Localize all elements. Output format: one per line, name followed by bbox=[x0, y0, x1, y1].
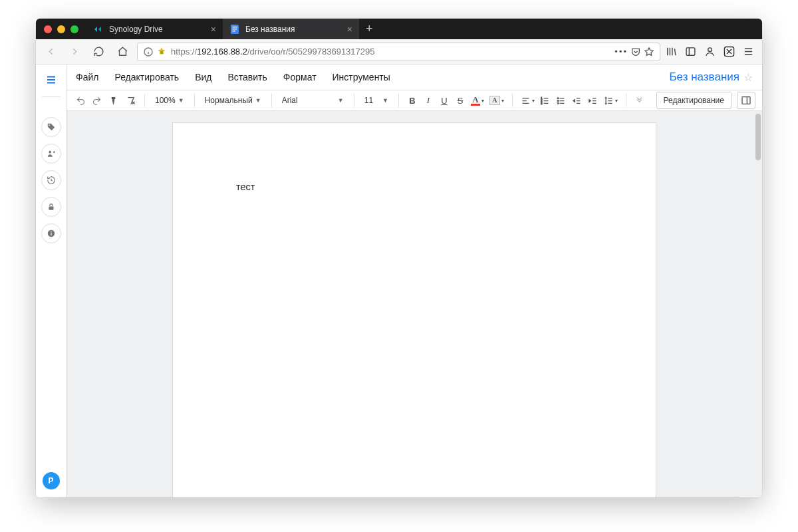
document-editor: Файл Редактировать Вид Вставить Формат И… bbox=[66, 65, 762, 497]
page-content: P Файл Редактировать Вид Вставить Формат… bbox=[36, 65, 762, 497]
more-actions-icon[interactable]: ••• bbox=[614, 47, 628, 57]
svg-rect-1 bbox=[233, 27, 237, 27]
star-icon[interactable]: ☆ bbox=[743, 71, 753, 84]
indent-button[interactable] bbox=[586, 92, 600, 108]
bookmark-star-icon[interactable] bbox=[644, 47, 654, 57]
browser-toolbar: https://192.168.88.2/drive/oo/r/50529978… bbox=[36, 39, 762, 65]
italic-button[interactable]: I bbox=[421, 92, 436, 108]
window-titlebar: Synology Drive × Без названия × + bbox=[36, 19, 762, 39]
url-text: https://192.168.88.2/drive/oo/r/50529978… bbox=[171, 47, 610, 57]
encryption-button[interactable] bbox=[41, 197, 61, 217]
undo-button[interactable] bbox=[73, 92, 88, 108]
window-maximize-button[interactable] bbox=[70, 25, 78, 33]
document-title[interactable]: Без названия bbox=[669, 70, 739, 84]
tags-button[interactable] bbox=[41, 117, 61, 137]
tab-close-icon[interactable]: × bbox=[347, 24, 352, 35]
editor-toolbar: 100%▼ Нормальный▼ Arial▼ 11▼ B I U S A▾ … bbox=[66, 90, 762, 111]
panel-toggle-button[interactable] bbox=[737, 92, 755, 109]
bullet-list-button[interactable] bbox=[554, 92, 569, 108]
account-icon[interactable] bbox=[704, 46, 716, 57]
sidebar-separator bbox=[42, 96, 61, 97]
highlight-color-button[interactable]: A▾ bbox=[487, 92, 506, 108]
editor-menubar: Файл Редактировать Вид Вставить Формат И… bbox=[66, 65, 762, 90]
menu-file[interactable]: Файл bbox=[76, 72, 98, 82]
paragraph-style-select[interactable]: Нормальный▼ bbox=[201, 92, 265, 108]
strikethrough-button[interactable]: S bbox=[453, 92, 467, 108]
svg-text:3: 3 bbox=[541, 102, 543, 104]
reload-button[interactable] bbox=[89, 43, 108, 61]
info-button[interactable] bbox=[41, 223, 61, 243]
address-bar[interactable]: https://192.168.88.2/drive/oo/r/50529978… bbox=[137, 43, 660, 61]
home-button[interactable] bbox=[113, 43, 132, 61]
browser-tabs: Synology Drive × Без названия × + bbox=[86, 19, 380, 39]
svg-rect-3 bbox=[233, 31, 236, 31]
window-close-button[interactable] bbox=[44, 25, 52, 33]
outdent-button[interactable] bbox=[570, 92, 585, 108]
pocket-icon[interactable] bbox=[630, 47, 641, 57]
document-body-text[interactable]: тест bbox=[236, 182, 255, 192]
user-avatar[interactable]: P bbox=[43, 472, 60, 489]
tab-label: Без названия bbox=[245, 25, 342, 34]
menu-edit[interactable]: Редактировать bbox=[114, 72, 179, 82]
svg-point-19 bbox=[558, 100, 559, 101]
svg-point-10 bbox=[49, 151, 51, 154]
library-icon[interactable] bbox=[666, 46, 677, 57]
svg-point-18 bbox=[558, 97, 559, 98]
font-family-select[interactable]: Arial▼ bbox=[278, 92, 348, 108]
menu-tools[interactable]: Инструменты bbox=[332, 72, 390, 82]
align-button[interactable]: ▾ bbox=[519, 92, 537, 108]
vertical-scrollbar[interactable] bbox=[755, 114, 761, 160]
sidebar-toggle-icon[interactable] bbox=[685, 46, 696, 57]
tab-close-icon[interactable]: × bbox=[211, 24, 216, 35]
window-minimize-button[interactable] bbox=[57, 25, 65, 33]
menu-insert[interactable]: Вставить bbox=[227, 72, 267, 82]
svg-rect-13 bbox=[51, 233, 51, 235]
browser-tab-synology[interactable]: Synology Drive × bbox=[86, 19, 223, 39]
svg-rect-11 bbox=[49, 206, 53, 209]
browser-window: Synology Drive × Без названия × + bbox=[36, 19, 762, 497]
window-traffic-lights bbox=[36, 25, 86, 33]
app-menu-icon[interactable] bbox=[743, 46, 754, 57]
svg-rect-14 bbox=[51, 231, 51, 232]
extension-icon[interactable] bbox=[724, 46, 735, 57]
svg-rect-6 bbox=[686, 48, 695, 55]
redo-button[interactable] bbox=[89, 92, 104, 108]
underline-button[interactable]: U bbox=[437, 92, 452, 108]
editor-canvas[interactable]: тест bbox=[66, 111, 762, 497]
svg-point-9 bbox=[49, 124, 50, 126]
docs-favicon-icon bbox=[229, 24, 240, 35]
clear-format-button[interactable] bbox=[124, 92, 138, 108]
sidebar-menu-button[interactable] bbox=[41, 70, 61, 90]
site-identity-icon[interactable] bbox=[143, 47, 167, 57]
edit-mode-button[interactable]: Редактирование bbox=[656, 92, 732, 109]
svg-rect-2 bbox=[233, 29, 237, 29]
menu-view[interactable]: Вид bbox=[195, 72, 211, 82]
svg-point-7 bbox=[708, 48, 712, 52]
paint-format-button[interactable] bbox=[106, 92, 121, 108]
history-button[interactable] bbox=[41, 170, 61, 190]
synology-favicon-icon bbox=[93, 24, 104, 35]
svg-point-20 bbox=[558, 102, 559, 104]
font-size-select[interactable]: 11▼ bbox=[360, 92, 392, 108]
line-spacing-button[interactable]: ▾ bbox=[602, 92, 620, 108]
document-page[interactable]: тест bbox=[173, 123, 656, 497]
bold-button[interactable]: B bbox=[405, 92, 420, 108]
menu-format[interactable]: Формат bbox=[283, 72, 317, 82]
browser-tab-document[interactable]: Без названия × bbox=[223, 19, 359, 39]
new-tab-button[interactable]: + bbox=[359, 19, 380, 39]
more-tools-button[interactable] bbox=[632, 92, 647, 108]
editor-sidebar: P bbox=[36, 65, 66, 497]
svg-rect-21 bbox=[742, 97, 750, 104]
nav-forward-button[interactable] bbox=[65, 43, 84, 61]
tab-label: Synology Drive bbox=[109, 25, 205, 34]
svg-rect-5 bbox=[161, 51, 163, 54]
share-button[interactable] bbox=[41, 144, 61, 164]
text-color-button[interactable]: A▾ bbox=[469, 92, 486, 108]
nav-back-button[interactable] bbox=[41, 43, 60, 61]
browser-right-icons bbox=[666, 46, 757, 57]
numbered-list-button[interactable]: 123 bbox=[538, 92, 553, 108]
zoom-select[interactable]: 100%▼ bbox=[151, 92, 188, 108]
